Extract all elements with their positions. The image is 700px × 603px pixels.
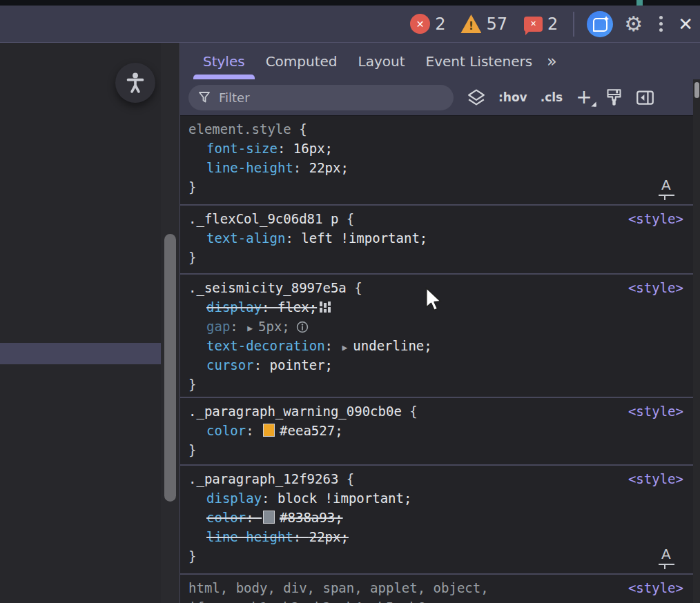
style-origin-link[interactable]: <style> (628, 578, 683, 597)
window-top-strip (0, 0, 700, 6)
css-property-name[interactable]: text-align (206, 230, 285, 246)
toolbar-divider (573, 12, 574, 37)
css-property-name[interactable]: text-decoration (206, 338, 325, 353)
close-devtools-button[interactable]: ✕ (678, 14, 693, 34)
warning-icon: ! (460, 14, 481, 33)
devtools-toolbar: ✕ 2 ! 57 ✕ 2 ✦ ⚙ ✕ (0, 6, 700, 43)
css-property-value[interactable]: underline; (353, 338, 431, 353)
styles-toolbar: :hov .cls + (180, 79, 700, 116)
css-property-value[interactable]: block !important; (278, 491, 411, 506)
css-property-value[interactable]: flex; (278, 299, 317, 315)
css-selector[interactable]: html, body, div, span, applet, object, (188, 580, 489, 595)
accessibility-person-icon (125, 72, 146, 94)
settings-button[interactable]: ⚙ (624, 14, 643, 34)
inspected-page-area (0, 43, 161, 603)
issue-count: 2 (547, 14, 558, 34)
expand-arrow-icon[interactable]: ▶ (247, 323, 253, 333)
flex-editor-icon[interactable] (318, 300, 332, 314)
highlighted-page-row (0, 343, 161, 364)
filter-funnel-icon (198, 91, 211, 103)
style-origin-link[interactable]: <style> (628, 209, 683, 228)
css-property-value[interactable]: #838a93; (280, 510, 343, 525)
css-selector[interactable]: ._seismicity_8997e5a (188, 280, 347, 295)
css-property-name[interactable]: line-height (206, 529, 293, 544)
font-editor-button[interactable]: A (659, 546, 675, 568)
css-selector[interactable]: iframe, h1, h2, h3, h4, h5, h6, p (188, 600, 449, 603)
style-rule-seismicity: <style> ._seismicity_8997e5a { display: … (180, 275, 693, 398)
css-property-value[interactable]: 22px; (309, 529, 349, 544)
error-icon: ✕ (410, 14, 430, 34)
expand-arrow-icon[interactable]: ▶ (342, 342, 347, 353)
ai-sparkle-icon: ✦ (602, 14, 610, 24)
css-declaration-struck: line-height: 22px; (180, 527, 693, 546)
color-swatch[interactable] (263, 424, 275, 437)
css-declaration-struck: color: #838a93; (180, 508, 693, 527)
css-property-value[interactable]: 16px; (293, 141, 333, 156)
css-declaration: display: block !important; (180, 488, 693, 508)
tab-event-listeners[interactable]: Event Listeners (416, 43, 543, 79)
tab-styles[interactable]: Styles (193, 43, 255, 79)
tab-computed[interactable]: Computed (255, 43, 348, 79)
css-declaration-inactive: gap: ▶5px; (180, 317, 693, 336)
style-origin-link[interactable]: <style> (628, 402, 683, 421)
css-property-name[interactable]: display (206, 491, 262, 506)
css-property-value[interactable]: #eea527; (280, 423, 343, 438)
styles-pane-scrollbar (693, 79, 700, 603)
issues-icon: ✕ (524, 17, 543, 32)
ai-assistant-button[interactable]: ✦ (587, 11, 613, 37)
accessibility-widget-button[interactable] (115, 63, 155, 103)
css-property-value[interactable]: 22px; (309, 160, 349, 175)
info-icon[interactable] (296, 321, 309, 333)
css-property-name[interactable]: cursor (206, 357, 254, 373)
color-swatch[interactable] (263, 511, 275, 524)
css-property-name[interactable]: display (206, 299, 262, 315)
css-selector[interactable]: ._paragraph_warning_090cb0e (188, 404, 402, 419)
css-property-name[interactable]: color (206, 423, 246, 438)
error-counter[interactable]: ✕ 2 (410, 14, 445, 34)
css-selector[interactable]: element.style (188, 121, 291, 137)
css-property-value[interactable]: pointer; (270, 357, 333, 373)
devtools-window: ✕ 2 ! 57 ✕ 2 ✦ ⚙ ✕ (0, 0, 700, 603)
more-tabs-chevron[interactable]: » (543, 52, 556, 71)
css-declaration: line-height: 22px; (180, 158, 693, 177)
style-rule-paragraph-warning: <style> ._paragraph_warning_090cb0e { co… (180, 398, 693, 466)
style-rule-flexcol: <style> ._flexCol_9c06d81 p { text-align… (180, 206, 693, 275)
css-declaration: color: #eea527; (180, 421, 693, 440)
css-property-value[interactable]: 5px; (258, 319, 290, 334)
class-toggle[interactable]: .cls (541, 90, 563, 104)
new-style-rule-button[interactable]: + (576, 88, 592, 106)
more-options-button[interactable] (659, 16, 663, 32)
error-count: 2 (435, 14, 445, 34)
css-property-name[interactable]: gap (206, 319, 230, 334)
style-origin-link[interactable]: <style> (628, 278, 683, 297)
devtools-tab-bar: Styles Computed Layout Event Listeners » (180, 43, 700, 79)
css-property-value[interactable]: left !important; (301, 230, 427, 246)
css-declaration: text-decoration: ▶underline; (180, 336, 693, 355)
pseudo-state-toggle[interactable]: :hov (498, 90, 527, 104)
filter-input[interactable] (217, 90, 427, 106)
issues-counter[interactable]: ✕ 2 (507, 14, 558, 34)
style-filter[interactable] (188, 85, 454, 110)
toggle-element-state-icon[interactable] (467, 89, 485, 106)
style-origin-link[interactable]: <style> (628, 469, 683, 488)
toggle-sidebar-icon[interactable] (636, 90, 654, 106)
font-editor-button[interactable]: A (659, 177, 675, 199)
css-declaration: cursor: pointer; (180, 355, 693, 375)
css-property-name[interactable]: font-size (206, 141, 278, 156)
css-declaration: text-align: left !important; (180, 228, 693, 248)
tab-layout[interactable]: Layout (348, 43, 416, 79)
styles-rule-list: element.style { font-size: 16px; line-he… (179, 116, 693, 603)
style-rule-paragraph: <style> ._paragraph_12f9263 { display: b… (180, 466, 693, 575)
page-scrollbar (161, 43, 179, 603)
css-selector[interactable]: ._paragraph_12f9263 (188, 471, 338, 486)
teal-indicator (636, 0, 643, 6)
page-scrollbar-thumb[interactable] (164, 234, 176, 502)
css-selector[interactable]: ._flexCol_9c06d81 p (188, 211, 338, 226)
style-rule-reset: <style> html, body, div, span, applet, o… (180, 575, 693, 603)
styles-pane-scrollbar-thumb[interactable] (694, 82, 699, 98)
rendering-brush-icon[interactable] (605, 88, 623, 107)
warning-counter[interactable]: ! 57 (445, 14, 507, 34)
css-property-name[interactable]: line-height (206, 160, 293, 175)
css-property-name[interactable]: color (206, 510, 246, 525)
style-rule-element-style: element.style { font-size: 16px; line-he… (180, 116, 693, 206)
